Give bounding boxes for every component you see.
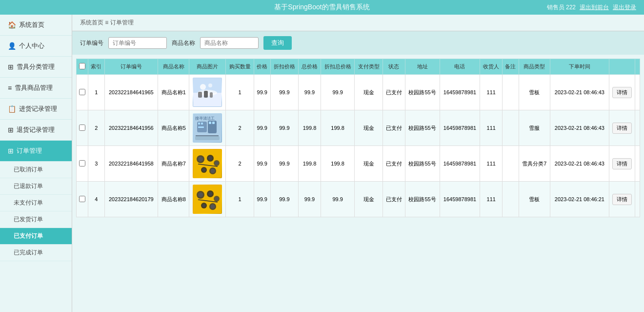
user-icon: 👤 — [8, 42, 16, 50]
breadcrumb-home[interactable]: 系统首页 — [80, 19, 103, 26]
col-order-no: 订单编号 — [104, 59, 158, 75]
table-row: 4 202322184620179 商品名称8 1 99.9 99.9 99.9 — [77, 182, 640, 217]
sidebar-sub-unpaid[interactable]: 未支付订单 — [0, 195, 72, 211]
sidebar-sub-completed[interactable]: 已完成订单 — [0, 245, 72, 261]
row-pay-type: 现金 — [355, 75, 383, 110]
col-product-img: 商品图片 — [189, 59, 226, 75]
detail-button[interactable]: 详情 — [612, 194, 632, 205]
row-price: 99.9 — [254, 182, 270, 217]
row-price: 99.9 — [254, 75, 270, 110]
sidebar-item-products[interactable]: ≡ 雪具商品管理 — [0, 78, 72, 99]
svg-rect-5 — [198, 92, 202, 98]
col-discount-total: 折扣总价格 — [321, 59, 355, 75]
row-pay-type: 现金 — [355, 110, 383, 146]
row-detail-btn[interactable]: 详情 — [609, 146, 635, 182]
col-pay-type: 支付类型 — [355, 59, 383, 75]
detail-button[interactable]: 详情 — [612, 87, 632, 98]
col-order-time: 下单时间 — [550, 59, 609, 75]
row-product-type: 雪板 — [519, 75, 550, 110]
row-address: 校园路55号 — [405, 110, 440, 146]
row-product-name: 商品名称5 — [158, 110, 189, 146]
search-button[interactable]: 查询 — [263, 36, 292, 50]
row-quantity: 1 — [226, 75, 254, 110]
top-header: 基于SpringBoot的雪具销售系统 销售员 222 退出到前台 退出登录 — [0, 0, 644, 15]
row-checkbox[interactable] — [77, 110, 88, 146]
order-no-input[interactable] — [108, 37, 167, 49]
svg-point-37 — [215, 197, 219, 201]
breadcrumb-current: 订单管理 — [110, 19, 134, 26]
row-detail-btn[interactable]: 详情 — [609, 110, 635, 146]
row-product-img — [189, 146, 226, 182]
filter-bar: 订单编号 商品名称 查询 — [72, 31, 644, 55]
row-discount-price: 99.9 — [270, 110, 299, 146]
sidebar-label-outbound: 退货记录管理 — [17, 125, 55, 134]
svg-text:搜寻清洁工: 搜寻清洁工 — [195, 116, 215, 121]
row-action-extra — [635, 182, 640, 217]
product-name-input[interactable] — [200, 37, 259, 49]
row-checkbox[interactable] — [77, 75, 88, 110]
row-order-time: 2023-02-21 08:46:43 — [550, 75, 609, 110]
row-phone: 16459878981 — [440, 146, 480, 182]
row-discount-total: 99.9 — [321, 75, 355, 110]
col-product-name: 商品名称 — [158, 59, 189, 75]
svg-rect-13 — [198, 126, 204, 128]
row-total: 99.9 — [299, 75, 321, 110]
sidebar-sub-paid[interactable]: 已支付订单 — [0, 228, 72, 245]
row-status: 已支付 — [382, 146, 405, 182]
row-checkbox[interactable] — [77, 182, 88, 217]
row-order-no: 202322184641958 — [104, 146, 158, 182]
sub-label-completed: 已完成订单 — [14, 249, 43, 256]
row-total: 199.8 — [299, 146, 321, 182]
sidebar-item-profile[interactable]: 👤 个人中心 — [0, 36, 72, 57]
svg-rect-12 — [201, 123, 203, 125]
col-index: 索引 — [88, 59, 104, 75]
row-product-type: 雪服 — [519, 110, 550, 146]
sidebar-label-home: 系统首页 — [19, 21, 44, 29]
row-discount-total: 199.8 — [321, 110, 355, 146]
row-receiver: 111 — [480, 182, 503, 217]
row-checkbox[interactable] — [77, 146, 88, 182]
svg-point-42 — [211, 205, 215, 209]
sidebar-item-category[interactable]: ⊞ 雪具分类管理 — [0, 57, 72, 78]
logout-link[interactable]: 退出登录 — [613, 3, 636, 12]
sub-label-unpaid: 未支付订单 — [14, 199, 43, 206]
sidebar-item-outbound[interactable]: ⊞ 退货记录管理 — [0, 120, 72, 141]
row-product-img — [189, 182, 226, 217]
row-action-extra — [635, 146, 640, 182]
row-detail-btn[interactable]: 详情 — [609, 75, 635, 110]
row-status: 已支付 — [382, 182, 405, 217]
sidebar-sub-cancelled[interactable]: 已取消订单 — [0, 162, 72, 178]
col-checkbox — [77, 59, 88, 75]
select-all-checkbox[interactable] — [79, 63, 85, 69]
list-icon: ≡ — [8, 84, 12, 92]
sidebar-sub-shipped[interactable]: 已发货订单 — [0, 211, 72, 228]
col-address: 地址 — [405, 59, 440, 75]
row-status: 已支付 — [382, 110, 405, 146]
row-discount-price: 99.9 — [270, 182, 299, 217]
col-quantity: 购买数量 — [226, 59, 254, 75]
row-phone: 16459878981 — [440, 75, 480, 110]
row-index: 3 — [88, 146, 104, 182]
row-index: 2 — [88, 110, 104, 146]
row-detail-btn[interactable]: 详情 — [609, 182, 635, 217]
detail-button[interactable]: 详情 — [612, 123, 632, 134]
row-phone: 16459878981 — [440, 110, 480, 146]
row-pay-type: 现金 — [355, 182, 383, 217]
sidebar-label-inbound: 进货记录管理 — [19, 104, 57, 113]
table-header-row: 索引 订单编号 商品名称 商品图片 购买数量 价格 折扣价格 总价格 折扣总价格… — [77, 59, 640, 75]
sidebar-item-orders[interactable]: ⊞ 订单管理 — [0, 141, 72, 162]
home-icon: 🏠 — [8, 21, 16, 29]
sub-label-refunded: 已退款订单 — [14, 183, 43, 189]
row-discount-total: 199.8 — [321, 146, 355, 182]
row-discount-price: 99.9 — [270, 146, 299, 182]
detail-button[interactable]: 详情 — [612, 158, 632, 169]
sidebar-item-home[interactable]: 🏠 系统首页 — [0, 15, 72, 36]
sidebar-item-inbound[interactable]: 📋 进货记录管理 — [0, 99, 72, 120]
sidebar-sub-refunded[interactable]: 已退款订单 — [0, 178, 72, 195]
exit-console-link[interactable]: 退出到前台 — [580, 3, 609, 12]
svg-point-3 — [200, 84, 206, 90]
row-product-type: 雪板 — [519, 182, 550, 217]
row-remark — [503, 146, 519, 182]
row-total: 99.9 — [299, 182, 321, 217]
row-order-time: 2023-02-21 08:46:43 — [550, 146, 609, 182]
